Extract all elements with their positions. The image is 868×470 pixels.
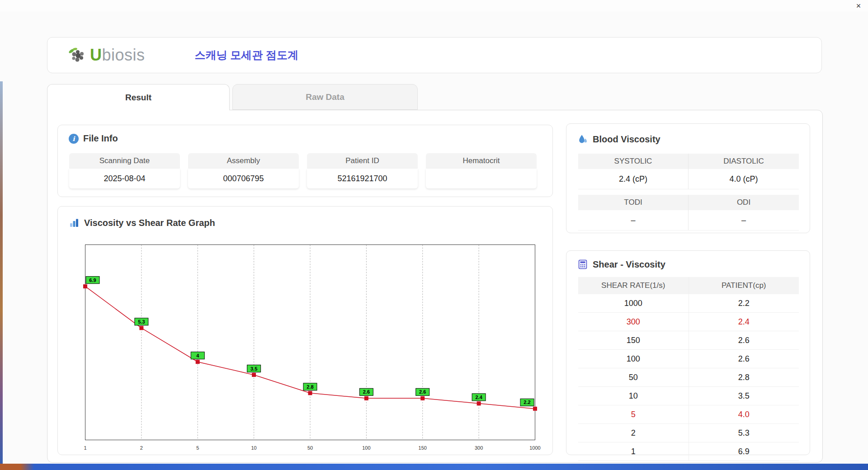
table-row: 1000 2.2 xyxy=(578,294,799,313)
svg-text:2.6: 2.6 xyxy=(363,389,370,395)
logo-wordmark: Ubiosis xyxy=(90,46,145,65)
systolic-label: SYSTOLIC xyxy=(578,154,689,169)
blood-viscosity-title: Blood Viscosity xyxy=(593,134,660,145)
field-patient-id: Patient ID 52161921700 xyxy=(307,153,418,188)
blood-viscosity-grid: SYSTOLIC DIASTOLIC 2.4 (cP) 4.0 (cP) TOD… xyxy=(578,154,799,230)
svg-text:2.2: 2.2 xyxy=(524,400,530,405)
shear-rate-cell: 1 xyxy=(578,442,689,461)
patient-column-header: PATIENT(cp) xyxy=(689,277,799,294)
field-hematocrit: Hematocrit xyxy=(426,153,537,188)
shear-rate-cell: 100 xyxy=(578,350,689,368)
field-label: Scanning Date xyxy=(69,153,180,169)
svg-text:1000: 1000 xyxy=(529,445,540,451)
shear-viscosity-title: Shear - Viscosity xyxy=(593,259,665,270)
shear-rate-cell: 2 xyxy=(578,424,689,442)
svg-text:5.3: 5.3 xyxy=(138,319,145,324)
field-label: Patient ID xyxy=(307,153,418,169)
shear-rate-cell: 50 xyxy=(578,368,689,387)
app-title: 스캐닝 모세관 점도계 xyxy=(195,48,298,62)
blood-viscosity-title-row: Blood Viscosity xyxy=(577,134,660,145)
svg-text:50: 50 xyxy=(307,445,313,451)
field-value: 000706795 xyxy=(188,169,299,188)
desktop-background-sliver xyxy=(0,81,3,464)
tab-raw-data[interactable]: Raw Data xyxy=(232,84,418,110)
svg-text:3.5: 3.5 xyxy=(250,366,257,371)
graph-title: Viscosity vs Shear Rate Graph xyxy=(84,218,215,228)
diastolic-value: 4.0 (cP) xyxy=(689,169,799,189)
diastolic-label: DIASTOLIC xyxy=(689,154,799,169)
table-row: 150 2.6 xyxy=(578,331,799,350)
patient-cell: 2.8 xyxy=(689,368,799,387)
patient-cell: 4.0 xyxy=(689,405,799,424)
svg-text:300: 300 xyxy=(475,445,483,451)
shear-viscosity-table: SHEAR RATE(1/s) PATIENT(cp) 1000 2.2 300… xyxy=(578,277,799,461)
graph-title-row: Viscosity vs Shear Rate Graph xyxy=(69,217,215,228)
systolic-value: 2.4 (cP) xyxy=(578,169,689,189)
field-label: Assembly xyxy=(188,153,299,169)
viscosity-graph-card: Viscosity vs Shear Rate Graph 1251050100… xyxy=(57,206,553,455)
svg-text:100: 100 xyxy=(362,445,370,451)
shear-rate-cell: 150 xyxy=(578,331,689,350)
svg-text:2.4: 2.4 xyxy=(475,395,482,400)
svg-text:10: 10 xyxy=(251,445,257,451)
patient-cell: 2.2 xyxy=(689,294,799,313)
svg-text:2.6: 2.6 xyxy=(419,389,426,395)
result-panel: i File Info Scanning Date 2025-08-04 Ass… xyxy=(47,110,823,463)
shear-rate-column-header: SHEAR RATE(1/s) xyxy=(578,277,689,294)
grid-spacer xyxy=(578,189,799,195)
shear-rate-cell: 5 xyxy=(578,405,689,424)
window-titlebar: × xyxy=(0,0,868,12)
close-button[interactable]: × xyxy=(854,1,863,10)
bar-chart-icon xyxy=(69,217,80,228)
svg-text:6.9: 6.9 xyxy=(89,277,96,283)
shear-table-body: 1000 2.2 300 2.4 150 2.6 100 2.6 50 2.8 … xyxy=(578,294,799,461)
patient-cell: 2.4 xyxy=(689,313,799,331)
shear-rate-cell: 300 xyxy=(578,313,689,331)
table-row: 50 2.8 xyxy=(578,368,799,387)
calculator-icon xyxy=(577,259,588,270)
blood-viscosity-card: Blood Viscosity SYSTOLIC DIASTOLIC 2.4 (… xyxy=(566,123,810,233)
svg-text:2: 2 xyxy=(140,445,143,451)
tab-result[interactable]: Result xyxy=(47,84,230,110)
svg-text:150: 150 xyxy=(419,445,427,451)
info-icon: i xyxy=(69,134,79,144)
patient-cell: 5.3 xyxy=(689,424,799,442)
ubiosis-logo: Ubiosis xyxy=(67,46,145,65)
todi-label: TODI xyxy=(578,195,689,210)
logo-letters-biosis: biosis xyxy=(102,46,145,64)
chart-area: 125105010015030010006.95.343.52.82.62.62… xyxy=(85,244,535,452)
field-value: 2025-08-04 xyxy=(69,169,180,188)
table-row: 2 5.3 xyxy=(578,424,799,442)
field-scanning-date: Scanning Date 2025-08-04 xyxy=(69,153,180,188)
table-row: 100 2.6 xyxy=(578,350,799,368)
patient-cell: 2.6 xyxy=(689,350,799,368)
table-row: 5 4.0 xyxy=(578,405,799,424)
field-value xyxy=(426,169,537,188)
patient-cell: 6.9 xyxy=(689,442,799,461)
table-row: 10 3.5 xyxy=(578,387,799,405)
logo-letter-u: U xyxy=(90,46,102,64)
file-info-card: i File Info Scanning Date 2025-08-04 Ass… xyxy=(57,125,553,197)
viscosity-chart: 125105010015030010006.95.343.52.82.62.62… xyxy=(85,244,535,452)
droplets-icon xyxy=(577,134,588,145)
patient-cell: 2.6 xyxy=(689,331,799,350)
odi-label: ODI xyxy=(689,195,799,210)
table-row: 1 6.9 xyxy=(578,442,799,461)
svg-text:2.8: 2.8 xyxy=(307,384,313,390)
odi-value: – xyxy=(689,210,799,230)
shear-rate-cell: 1000 xyxy=(578,294,689,313)
app-header: Ubiosis 스캐닝 모세관 점도계 xyxy=(47,37,822,73)
svg-text:1: 1 xyxy=(84,445,86,451)
file-info-title: File Info xyxy=(83,133,118,144)
field-value: 52161921700 xyxy=(307,169,418,188)
field-label: Hematocrit xyxy=(426,153,537,169)
desktop-taskbar-strip xyxy=(0,464,868,470)
svg-text:4: 4 xyxy=(196,353,199,358)
file-info-title-row: i File Info xyxy=(69,133,118,144)
shear-rate-cell: 10 xyxy=(578,387,689,405)
ubiosis-logo-icon xyxy=(67,46,87,64)
todi-value: – xyxy=(578,210,689,230)
field-assembly: Assembly 000706795 xyxy=(188,153,299,188)
table-row: 300 2.4 xyxy=(578,313,799,331)
table-header-row: SHEAR RATE(1/s) PATIENT(cp) xyxy=(578,277,799,294)
